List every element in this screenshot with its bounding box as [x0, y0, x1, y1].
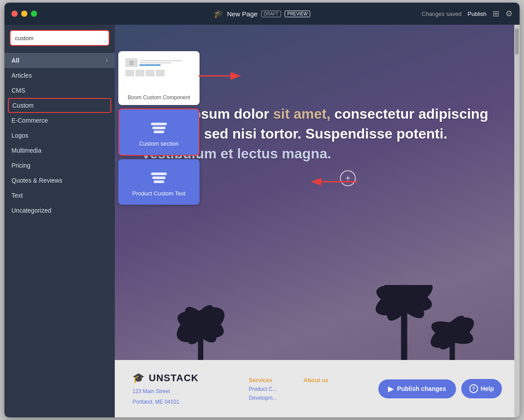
footer-services-title: Services — [249, 377, 277, 383]
play-icon: ▶ — [388, 385, 393, 393]
footer-actions: ▶ Publish changes ? Help — [378, 379, 502, 398]
publish-changes-label: Publish changes — [397, 385, 446, 392]
footer-about-col: About us — [304, 377, 328, 401]
product-custom-text-label: Product Custom Text — [132, 190, 185, 197]
footer-services-item1: Product C... — [249, 386, 277, 392]
product-custom-text-card[interactable]: Product Custom Text — [118, 159, 200, 205]
close-button[interactable] — [11, 11, 18, 17]
help-circle-icon: ? — [469, 384, 478, 393]
search-wrapper — [4, 25, 115, 51]
maximize-button[interactable] — [31, 11, 37, 17]
brand-icon: 🎓 — [132, 372, 144, 384]
help-button[interactable]: ? Help — [461, 379, 502, 398]
footer-about-title: About us — [304, 377, 328, 383]
traffic-lights — [11, 11, 37, 17]
minimize-button[interactable] — [21, 11, 27, 17]
page-icon: 🎓 — [214, 9, 223, 19]
titlebar: 🎓 New Page DRAFT PREVIEW Changes saved P… — [4, 3, 520, 25]
product-custom-icon — [151, 172, 167, 183]
arrow-canvas — [309, 174, 362, 190]
sidebar-item-articles[interactable]: Articles — [4, 68, 115, 83]
layout-icon[interactable]: ⊞ — [493, 9, 499, 19]
footer-services-col: Services Product C... Developm... — [249, 377, 277, 401]
sidebar: All › Articles CMS Custom E-Commerce Log… — [4, 25, 115, 417]
custom-section-card[interactable]: Custom section — [118, 109, 200, 156]
boom-card-thumbnail: 🖼 — [123, 56, 195, 91]
footer-address-line1: 123 Main Street — [132, 388, 199, 394]
sidebar-item-logos[interactable]: Logos — [4, 128, 115, 143]
publish-changes-button[interactable]: ▶ Publish changes — [378, 379, 456, 398]
boom-custom-component-card[interactable]: 🖼 — [118, 51, 200, 105]
preview-badge[interactable]: PREVIEW — [285, 11, 310, 17]
footer-area: 🎓 UNSTACK 123 Main Street Portland, ME 0… — [115, 360, 520, 417]
settings-icon[interactable]: ⚙ — [505, 9, 513, 19]
chevron-icon: › — [106, 57, 108, 64]
footer-logo: 🎓 UNSTACK — [132, 372, 199, 384]
brand-name: UNSTACK — [149, 372, 199, 384]
scrollbar[interactable] — [514, 25, 520, 417]
footer-address-line2: Portland, ME 04101 — [132, 399, 199, 405]
sidebar-item-custom[interactable]: Custom — [8, 98, 111, 113]
help-label: Help — [481, 385, 494, 392]
content-area: Lorem ipsum dolor sit amet, consectetur … — [115, 25, 520, 417]
sections-panel: 🖼 — [115, 51, 203, 205]
page-title: New Page — [227, 10, 257, 18]
footer-nav: Services Product C... Developm... About … — [249, 377, 328, 401]
footer-services-item2: Developm... — [249, 395, 277, 401]
titlebar-right: Changes saved Publish ⊞ ⚙ — [422, 9, 513, 19]
publish-button[interactable]: Publish — [467, 11, 486, 17]
titlebar-center: 🎓 New Page DRAFT PREVIEW — [214, 9, 310, 19]
custom-section-label: Custom section — [139, 140, 179, 147]
sidebar-item-cms[interactable]: CMS — [4, 83, 115, 98]
sidebar-item-multimedia[interactable]: Multimedia — [4, 143, 115, 158]
changes-saved-label: Changes saved — [422, 11, 461, 17]
main-area: All › Articles CMS Custom E-Commerce Log… — [4, 25, 520, 417]
sidebar-item-all[interactable]: All › — [4, 53, 115, 68]
sidebar-item-quotes-reviews[interactable]: Quotes & Reviews — [4, 173, 115, 188]
search-input[interactable] — [10, 30, 109, 46]
sidebar-item-ecommerce[interactable]: E-Commerce — [4, 113, 115, 128]
draft-badge: DRAFT — [261, 11, 281, 17]
boom-card-preview: 🖼 — [123, 56, 195, 91]
sidebar-item-text[interactable]: Text — [4, 188, 115, 203]
custom-section-icon — [151, 123, 167, 133]
boom-card-label: Boom Custom Component — [123, 94, 195, 101]
arrow-search — [194, 68, 247, 84]
sidebar-item-pricing[interactable]: Pricing — [4, 158, 115, 173]
scrollbar-thumb[interactable] — [515, 28, 519, 55]
sidebar-item-uncategorized[interactable]: Uncategorized — [4, 203, 115, 218]
category-list: All › Articles CMS Custom E-Commerce Log… — [4, 51, 115, 417]
footer-brand: 🎓 UNSTACK 123 Main Street Portland, ME 0… — [132, 372, 199, 405]
